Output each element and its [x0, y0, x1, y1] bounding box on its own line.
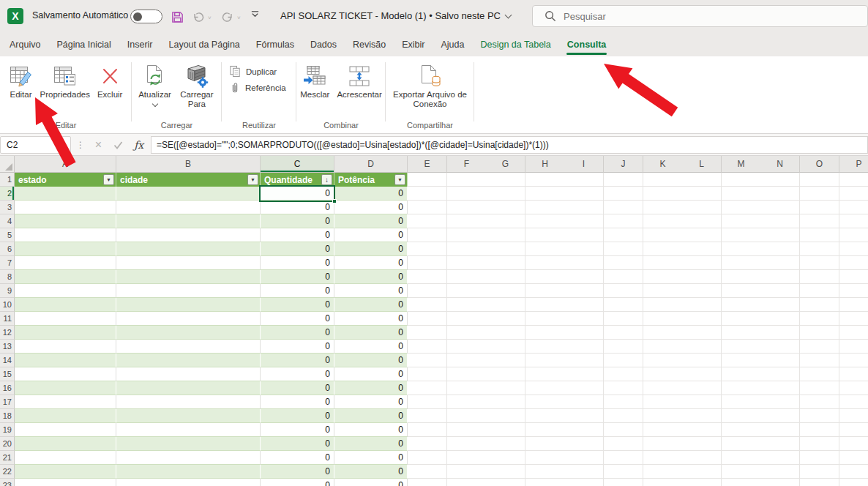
- cell-L11[interactable]: [682, 312, 722, 326]
- cell-D9[interactable]: 0: [334, 284, 408, 298]
- cell-B22[interactable]: [116, 465, 261, 479]
- cell-P18[interactable]: [839, 409, 868, 423]
- carregar-para-button[interactable]: Carregar Para: [176, 62, 218, 111]
- cell-P12[interactable]: [839, 326, 868, 340]
- cell-K23[interactable]: [643, 479, 683, 486]
- cell-B15[interactable]: [116, 367, 261, 381]
- cell-B4[interactable]: [116, 214, 261, 228]
- cell-J19[interactable]: [604, 423, 643, 437]
- cell-M5[interactable]: [722, 228, 761, 242]
- cell-M12[interactable]: [722, 326, 761, 340]
- cell-P20[interactable]: [839, 437, 868, 451]
- cell-P2[interactable]: [839, 187, 868, 201]
- cell-L19[interactable]: [682, 423, 722, 437]
- cell-I11[interactable]: [564, 312, 604, 326]
- cell-K4[interactable]: [643, 214, 683, 228]
- cell-A8[interactable]: [15, 270, 116, 284]
- cell-C7[interactable]: 0: [261, 256, 334, 270]
- cell-N13[interactable]: [760, 340, 800, 354]
- cell-P22[interactable]: [839, 465, 868, 479]
- cell-N8[interactable]: [760, 270, 800, 284]
- cell-L5[interactable]: [682, 228, 722, 242]
- row-header-7[interactable]: 7: [0, 256, 15, 270]
- cell-F12[interactable]: [447, 326, 487, 340]
- cell-J11[interactable]: [604, 312, 643, 326]
- cell-A7[interactable]: [15, 256, 116, 270]
- cell-F10[interactable]: [447, 298, 487, 312]
- cell-E5[interactable]: [408, 228, 447, 242]
- cell-M2[interactable]: [722, 187, 761, 201]
- cell-G13[interactable]: [486, 340, 525, 354]
- column-header-D[interactable]: D: [334, 156, 408, 173]
- cell-C19[interactable]: 0: [261, 423, 334, 437]
- cell-B5[interactable]: [116, 228, 261, 242]
- cell-J7[interactable]: [604, 256, 643, 270]
- cell-J23[interactable]: [604, 479, 643, 486]
- cell-O1[interactable]: [800, 173, 839, 187]
- row-header-17[interactable]: 17: [0, 395, 15, 409]
- cell-B3[interactable]: [116, 201, 261, 214]
- cell-A12[interactable]: [15, 326, 116, 340]
- cell-C21[interactable]: 0: [261, 451, 334, 465]
- cell-F18[interactable]: [447, 409, 487, 423]
- cell-G4[interactable]: [486, 214, 525, 228]
- cell-E14[interactable]: [408, 354, 447, 367]
- cell-A13[interactable]: [15, 340, 116, 354]
- cell-O21[interactable]: [800, 451, 839, 465]
- column-header-M[interactable]: M: [722, 156, 761, 173]
- cell-N11[interactable]: [760, 312, 800, 326]
- cell-E17[interactable]: [408, 395, 447, 409]
- cell-J22[interactable]: [604, 465, 643, 479]
- cell-F1[interactable]: [447, 173, 487, 187]
- cell-E3[interactable]: [408, 201, 447, 214]
- cell-K21[interactable]: [643, 451, 683, 465]
- cell-G14[interactable]: [486, 354, 525, 367]
- cell-J18[interactable]: [604, 409, 643, 423]
- cell-C20[interactable]: 0: [261, 437, 334, 451]
- mesclar-button[interactable]: Mesclar: [297, 62, 332, 101]
- cell-G11[interactable]: [486, 312, 525, 326]
- cell-L14[interactable]: [682, 354, 722, 367]
- cell-E11[interactable]: [408, 312, 447, 326]
- cell-N12[interactable]: [760, 326, 800, 340]
- column-header-G[interactable]: G: [486, 156, 525, 173]
- cell-K22[interactable]: [643, 465, 683, 479]
- cell-L17[interactable]: [682, 395, 722, 409]
- cell-F2[interactable]: [447, 187, 487, 201]
- cell-L4[interactable]: [682, 214, 722, 228]
- cell-M17[interactable]: [722, 395, 761, 409]
- cell-L16[interactable]: [682, 381, 722, 395]
- cell-A19[interactable]: [15, 423, 116, 437]
- cell-G9[interactable]: [486, 284, 525, 298]
- cell-G5[interactable]: [486, 228, 525, 242]
- cell-I21[interactable]: [564, 451, 604, 465]
- cell-M15[interactable]: [722, 367, 761, 381]
- cell-F17[interactable]: [447, 395, 487, 409]
- cell-J10[interactable]: [604, 298, 643, 312]
- cell-C18[interactable]: 0: [261, 409, 334, 423]
- cell-H12[interactable]: [525, 326, 565, 340]
- cell-F11[interactable]: [447, 312, 487, 326]
- cell-O19[interactable]: [800, 423, 839, 437]
- cell-O13[interactable]: [800, 340, 839, 354]
- tab-formulas[interactable]: Fórmulas: [248, 33, 302, 56]
- cell-G8[interactable]: [486, 270, 525, 284]
- insert-function-icon[interactable]: ƒx: [134, 139, 143, 151]
- cell-O18[interactable]: [800, 409, 839, 423]
- cell-L8[interactable]: [682, 270, 722, 284]
- editar-button[interactable]: Editar: [7, 62, 36, 101]
- cell-O12[interactable]: [800, 326, 839, 340]
- cell-E23[interactable]: [408, 479, 447, 486]
- cell-N10[interactable]: [760, 298, 800, 312]
- cell-B9[interactable]: [116, 284, 261, 298]
- cell-E13[interactable]: [408, 340, 447, 354]
- row-header-12[interactable]: 12: [0, 326, 15, 340]
- redo-dropdown-icon[interactable]: ˅: [237, 15, 243, 20]
- cell-D4[interactable]: 0: [334, 214, 408, 228]
- cell-M22[interactable]: [722, 465, 761, 479]
- cell-O7[interactable]: [800, 256, 839, 270]
- cell-A17[interactable]: [15, 395, 116, 409]
- cell-K8[interactable]: [643, 270, 683, 284]
- cell-E7[interactable]: [408, 256, 447, 270]
- cell-D5[interactable]: 0: [334, 228, 408, 242]
